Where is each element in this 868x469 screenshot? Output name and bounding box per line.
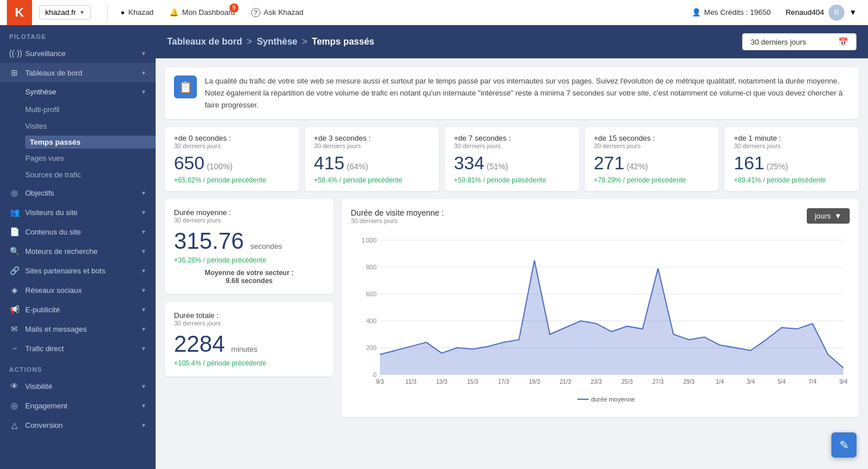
visiteurs-icon: 👥 bbox=[9, 208, 19, 217]
svg-text:200: 200 bbox=[366, 344, 376, 351]
svg-text:9/4: 9/4 bbox=[839, 379, 847, 385]
stat-1-period: 30 derniers jours bbox=[314, 142, 430, 149]
sidebar-item-pages-vues[interactable]: Pages vues bbox=[25, 150, 156, 166]
conversion-arrow-icon: ▼ bbox=[141, 422, 146, 428]
stat-2-change: +59.81% / période précédente bbox=[454, 176, 570, 184]
fab-button[interactable]: ✎ bbox=[831, 432, 857, 458]
user-arrow-icon: ▼ bbox=[849, 8, 857, 17]
toggle-arrow-icon: ▼ bbox=[834, 212, 842, 220]
engagement-arrow-icon: ▼ bbox=[141, 403, 146, 409]
reseaux-icon: ◈ bbox=[9, 285, 19, 295]
domain-arrow: ▼ bbox=[79, 9, 85, 15]
top-navigation: K khazad.fr ▼ ● Khazad 🔔 Mon Dashboard 9… bbox=[0, 0, 868, 25]
stat-card-1-minute: +de 1 minute : 30 derniers jours 161(25%… bbox=[724, 127, 859, 191]
svg-text:17/3: 17/3 bbox=[498, 379, 509, 385]
stat-1-change: +58.4% / période précédente bbox=[314, 176, 430, 184]
svg-text:400: 400 bbox=[366, 317, 376, 324]
stat-card-7-secondes: +de 7 secondes : 30 derniers jours 334(5… bbox=[445, 127, 579, 191]
chart-card: Durée de visite moyenne : 30 derniers jo… bbox=[342, 199, 859, 417]
sidebar-item-tableaux-de-bord[interactable]: ⊞ Tableaux de bord ▼ bbox=[0, 63, 156, 82]
date-filter[interactable]: 30 derniers jours 📅 bbox=[742, 33, 857, 50]
breadcrumb-tableaux[interactable]: Tableaux de bord bbox=[167, 37, 242, 47]
sidebar-item-moteurs[interactable]: 🔍 Moteurs de recherche ▼ bbox=[0, 241, 156, 261]
sidebar-item-visiteurs[interactable]: 👥 Visiteurs du site ▼ bbox=[0, 202, 156, 222]
domain-selector[interactable]: khazad.fr ▼ bbox=[39, 5, 91, 19]
khazad-icon: ● bbox=[120, 8, 125, 17]
actions-section-title: ACTIONS bbox=[0, 358, 156, 376]
chart-header: Durée de visite moyenne : 30 derniers jo… bbox=[351, 208, 850, 224]
sites-icon: 🔗 bbox=[9, 266, 19, 275]
svg-text:3/4: 3/4 bbox=[747, 379, 755, 385]
breadcrumb-sep-1: > bbox=[247, 37, 252, 47]
svg-text:27/3: 27/3 bbox=[652, 379, 664, 385]
sidebar-item-conversion[interactable]: △ Conversion ▼ bbox=[0, 415, 156, 435]
duree-totale-card: Durée totale : 30 derniers jours 2284 mi… bbox=[165, 302, 334, 376]
breadcrumb-synthese[interactable]: Synthèse bbox=[257, 37, 298, 47]
moteurs-arrow-icon: ▼ bbox=[141, 248, 146, 255]
nav-item-ask-khazad[interactable]: ? Ask Khazad bbox=[243, 0, 311, 25]
chart-toggle-button[interactable]: jours ▼ bbox=[807, 208, 850, 224]
svg-text:19/3: 19/3 bbox=[529, 379, 540, 385]
surveillance-icon: ((·)) bbox=[9, 49, 19, 58]
tableaux-icon: ⊞ bbox=[9, 68, 19, 77]
help-icon: ? bbox=[251, 8, 260, 17]
svg-text:9/3: 9/3 bbox=[376, 379, 384, 385]
conversion-icon: △ bbox=[9, 420, 19, 430]
sidebar-item-engagement[interactable]: ◎ Engagement ▼ bbox=[0, 396, 156, 415]
sidebar-item-publicite[interactable]: 📢 E-publicité ▼ bbox=[0, 300, 156, 319]
stat-4-title: +de 1 minute : bbox=[734, 134, 850, 142]
sidebar-item-synthese[interactable]: Synthèse ▼ bbox=[16, 82, 156, 101]
calendar-icon: 📅 bbox=[838, 37, 848, 46]
svg-text:800: 800 bbox=[366, 264, 376, 271]
svg-text:21/3: 21/3 bbox=[560, 379, 571, 385]
sidebar-item-surveillance[interactable]: ((·)) Surveillance ▼ bbox=[0, 43, 156, 63]
nav-item-mon-dashboard[interactable]: 🔔 Mon Dashboard 9 bbox=[161, 0, 243, 25]
user-menu[interactable]: Renaud404 R ▼ bbox=[781, 5, 861, 21]
stats-row: +de 0 secondes : 30 derniers jours 650(1… bbox=[165, 127, 859, 191]
notification-icon: 🔔 bbox=[169, 8, 179, 17]
stat-4-change: +89.41% / période précédente bbox=[734, 176, 850, 184]
svg-text:durée moyenne: durée moyenne bbox=[591, 396, 635, 403]
svg-text:600: 600 bbox=[366, 291, 376, 297]
contenus-arrow-icon: ▼ bbox=[141, 229, 146, 235]
svg-text:23/3: 23/3 bbox=[590, 379, 602, 385]
sidebar-item-mails[interactable]: ✉ Mails et messages ▼ bbox=[0, 319, 156, 339]
page-content: 📋 La qualité du trafic de votre site web… bbox=[156, 58, 868, 469]
stat-0-value: 650(100%) bbox=[174, 153, 290, 174]
duree-moyenne-period: 30 derniers jours bbox=[174, 217, 324, 224]
svg-text:13/3: 13/3 bbox=[436, 379, 447, 385]
nav-item-khazad[interactable]: ● Khazad bbox=[112, 0, 161, 25]
sidebar-item-visibilite[interactable]: 👁 Visibilité ▼ bbox=[0, 376, 156, 396]
credits-icon: 👤 bbox=[692, 8, 701, 17]
stat-3-title: +de 15 secondes : bbox=[594, 134, 710, 142]
breadcrumb-temps-passes: Temps passés bbox=[312, 37, 374, 47]
sidebar-item-visites[interactable]: Visites bbox=[25, 118, 156, 134]
sidebar-item-objectifs[interactable]: ◎ Objectifs ▼ bbox=[0, 183, 156, 202]
sidebar-item-contenus[interactable]: 📄 Contenus du site ▼ bbox=[0, 222, 156, 241]
stat-card-0-secondes: +de 0 secondes : 30 derniers jours 650(1… bbox=[165, 127, 299, 191]
sidebar-item-temps-passes[interactable]: Temps passés bbox=[25, 136, 156, 149]
main-layout: PILOTAGE ((·)) Surveillance ▼ ⊞ Tableaux… bbox=[0, 25, 868, 469]
logo[interactable]: K bbox=[7, 0, 32, 25]
pilotage-section-title: PILOTAGE bbox=[0, 25, 156, 43]
svg-text:25/3: 25/3 bbox=[621, 379, 633, 385]
svg-text:29/3: 29/3 bbox=[683, 379, 695, 385]
credits-display[interactable]: 👤 Mes Crédits : 19650 bbox=[684, 0, 779, 25]
bottom-row: Durée moyenne : 30 derniers jours 315.76… bbox=[165, 199, 859, 417]
sidebar-item-trafic-direct[interactable]: → Trafic direct ▼ bbox=[0, 339, 156, 358]
surveillance-arrow-icon: ▼ bbox=[141, 50, 146, 57]
sidebar-item-multi-profil[interactable]: Multi-profil bbox=[25, 101, 156, 118]
fab-icon: ✎ bbox=[839, 438, 849, 452]
chart-area: 02004006008001 0009/311/313/315/317/319/… bbox=[351, 229, 850, 408]
svg-text:11/3: 11/3 bbox=[405, 379, 417, 385]
sidebar-item-sources-de-trafic[interactable]: Sources de trafic bbox=[25, 166, 156, 183]
sidebar-item-reseaux[interactable]: ◈ Réseaux sociaux ▼ bbox=[0, 280, 156, 300]
synthese-subitems: Multi-profil Visites Temps passés Pages … bbox=[16, 101, 156, 183]
stat-card-15-secondes: +de 15 secondes : 30 derniers jours 271(… bbox=[585, 127, 719, 191]
publicite-arrow-icon: ▼ bbox=[141, 307, 146, 313]
trafic-arrow-icon: ▼ bbox=[141, 345, 146, 352]
svg-text:7/4: 7/4 bbox=[808, 379, 817, 385]
stat-3-period: 30 derniers jours bbox=[594, 142, 710, 149]
info-text: La qualité du trafic de votre site web s… bbox=[205, 75, 850, 111]
sidebar-item-sites-partenaires[interactable]: 🔗 Sites partenaires et bots ▼ bbox=[0, 261, 156, 280]
